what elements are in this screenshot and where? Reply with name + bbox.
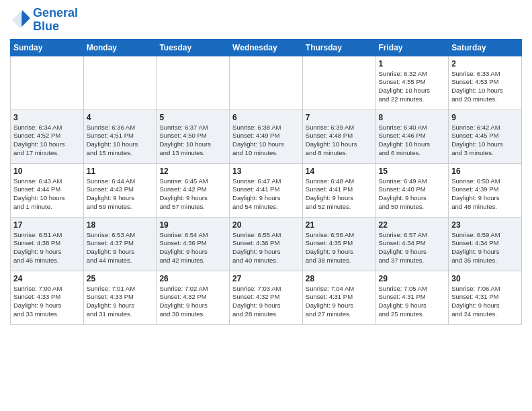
day-info: Sunrise: 7:04 AM Sunset: 4:31 PM Dayligh… <box>306 285 373 319</box>
day-number: 8 <box>379 113 446 122</box>
day-info: Sunrise: 6:54 AM Sunset: 4:36 PM Dayligh… <box>159 231 226 265</box>
weekday-header-tuesday: Tuesday <box>157 39 230 56</box>
calendar-cell: 8Sunrise: 6:40 AM Sunset: 4:46 PM Daylig… <box>375 109 449 163</box>
calendar-cell <box>83 56 157 109</box>
day-info: Sunrise: 6:39 AM Sunset: 4:48 PM Dayligh… <box>306 124 373 158</box>
calendar-cell: 7Sunrise: 6:39 AM Sunset: 4:48 PM Daylig… <box>302 109 375 163</box>
day-info: Sunrise: 6:55 AM Sunset: 4:36 PM Dayligh… <box>232 231 300 265</box>
day-info: Sunrise: 6:53 AM Sunset: 4:37 PM Dayligh… <box>87 231 154 265</box>
day-number: 29 <box>379 274 446 283</box>
day-info: Sunrise: 6:36 AM Sunset: 4:51 PM Dayligh… <box>87 124 154 158</box>
weekday-header-thursday: Thursday <box>302 39 375 56</box>
week-row-3: 10Sunrise: 6:43 AM Sunset: 4:44 PM Dayli… <box>11 163 522 217</box>
logo-text: General Blue <box>33 7 78 34</box>
day-info: Sunrise: 7:06 AM Sunset: 4:31 PM Dayligh… <box>451 285 519 319</box>
calendar-cell: 30Sunrise: 7:06 AM Sunset: 4:31 PM Dayli… <box>449 271 522 324</box>
calendar-cell: 19Sunrise: 6:54 AM Sunset: 4:36 PM Dayli… <box>157 217 230 271</box>
day-number: 19 <box>159 220 226 230</box>
day-info: Sunrise: 7:01 AM Sunset: 4:33 PM Dayligh… <box>87 285 154 319</box>
logo: General Blue <box>10 7 78 34</box>
day-number: 30 <box>451 274 519 283</box>
weekday-header-saturday: Saturday <box>449 39 522 56</box>
calendar-cell: 26Sunrise: 7:02 AM Sunset: 4:32 PM Dayli… <box>157 271 230 324</box>
calendar-cell <box>230 56 303 109</box>
day-info: Sunrise: 6:42 AM Sunset: 4:45 PM Dayligh… <box>451 124 519 158</box>
calendar-cell: 12Sunrise: 6:45 AM Sunset: 4:42 PM Dayli… <box>157 163 230 217</box>
day-info: Sunrise: 6:50 AM Sunset: 4:39 PM Dayligh… <box>451 177 519 212</box>
day-number: 21 <box>306 220 373 230</box>
week-row-1: 1Sunrise: 6:32 AM Sunset: 4:55 PM Daylig… <box>11 56 522 109</box>
header: General Blue <box>10 7 522 34</box>
week-row-5: 24Sunrise: 7:00 AM Sunset: 4:33 PM Dayli… <box>11 271 522 324</box>
day-number: 17 <box>13 220 81 230</box>
calendar-cell: 16Sunrise: 6:50 AM Sunset: 4:39 PM Dayli… <box>449 163 522 217</box>
day-info: Sunrise: 7:00 AM Sunset: 4:33 PM Dayligh… <box>13 285 81 319</box>
day-info: Sunrise: 6:49 AM Sunset: 4:40 PM Dayligh… <box>379 177 446 212</box>
day-info: Sunrise: 6:44 AM Sunset: 4:43 PM Dayligh… <box>87 177 154 212</box>
calendar-cell: 2Sunrise: 6:33 AM Sunset: 4:53 PM Daylig… <box>449 56 522 109</box>
day-number: 25 <box>87 274 154 283</box>
day-number: 23 <box>451 220 519 230</box>
calendar-cell: 14Sunrise: 6:48 AM Sunset: 4:41 PM Dayli… <box>302 163 375 217</box>
day-number: 22 <box>379 220 446 230</box>
day-number: 7 <box>306 113 373 122</box>
weekday-header-monday: Monday <box>83 39 157 56</box>
calendar-cell: 28Sunrise: 7:04 AM Sunset: 4:31 PM Dayli… <box>302 271 375 324</box>
day-info: Sunrise: 6:40 AM Sunset: 4:46 PM Dayligh… <box>379 124 446 158</box>
day-number: 18 <box>87 220 154 230</box>
page: General Blue SundayMondayTuesdayWednesda… <box>0 0 532 411</box>
day-number: 9 <box>451 113 519 122</box>
day-number: 5 <box>159 113 226 122</box>
day-info: Sunrise: 6:57 AM Sunset: 4:34 PM Dayligh… <box>379 231 446 265</box>
day-number: 27 <box>232 274 300 283</box>
day-info: Sunrise: 6:48 AM Sunset: 4:41 PM Dayligh… <box>306 177 373 212</box>
weekday-header-wednesday: Wednesday <box>230 39 303 56</box>
svg-marker-2 <box>22 10 30 26</box>
day-number: 24 <box>13 274 81 283</box>
day-number: 4 <box>87 113 154 122</box>
calendar-cell: 17Sunrise: 6:51 AM Sunset: 4:38 PM Dayli… <box>11 217 84 271</box>
calendar-cell: 20Sunrise: 6:55 AM Sunset: 4:36 PM Dayli… <box>230 217 303 271</box>
day-info: Sunrise: 6:51 AM Sunset: 4:38 PM Dayligh… <box>13 231 81 265</box>
day-number: 26 <box>159 274 226 283</box>
day-info: Sunrise: 7:05 AM Sunset: 4:31 PM Dayligh… <box>379 285 446 319</box>
calendar-cell: 10Sunrise: 6:43 AM Sunset: 4:44 PM Dayli… <box>11 163 84 217</box>
calendar-cell: 9Sunrise: 6:42 AM Sunset: 4:45 PM Daylig… <box>449 109 522 163</box>
weekday-header-row: SundayMondayTuesdayWednesdayThursdayFrid… <box>11 39 522 56</box>
day-number: 11 <box>87 167 154 176</box>
weekday-header-sunday: Sunday <box>11 39 84 56</box>
calendar-cell: 3Sunrise: 6:34 AM Sunset: 4:52 PM Daylig… <box>11 109 84 163</box>
weekday-header-friday: Friday <box>375 39 449 56</box>
day-number: 20 <box>232 220 300 230</box>
calendar-cell: 27Sunrise: 7:03 AM Sunset: 4:32 PM Dayli… <box>230 271 303 324</box>
calendar-cell: 21Sunrise: 6:56 AM Sunset: 4:35 PM Dayli… <box>302 217 375 271</box>
logo-icon <box>10 10 30 30</box>
day-info: Sunrise: 6:38 AM Sunset: 4:49 PM Dayligh… <box>232 124 300 158</box>
calendar-cell: 29Sunrise: 7:05 AM Sunset: 4:31 PM Dayli… <box>375 271 449 324</box>
calendar-cell: 18Sunrise: 6:53 AM Sunset: 4:37 PM Dayli… <box>83 217 157 271</box>
day-info: Sunrise: 6:32 AM Sunset: 4:55 PM Dayligh… <box>379 70 446 104</box>
calendar-cell: 22Sunrise: 6:57 AM Sunset: 4:34 PM Dayli… <box>375 217 449 271</box>
day-info: Sunrise: 6:45 AM Sunset: 4:42 PM Dayligh… <box>159 177 226 212</box>
day-number: 10 <box>13 167 81 176</box>
calendar-cell: 23Sunrise: 6:59 AM Sunset: 4:34 PM Dayli… <box>449 217 522 271</box>
day-info: Sunrise: 6:47 AM Sunset: 4:41 PM Dayligh… <box>232 177 300 212</box>
calendar-cell <box>302 56 375 109</box>
calendar-cell: 5Sunrise: 6:37 AM Sunset: 4:50 PM Daylig… <box>157 109 230 163</box>
calendar-cell: 4Sunrise: 6:36 AM Sunset: 4:51 PM Daylig… <box>83 109 157 163</box>
calendar-cell <box>157 56 230 109</box>
calendar-cell <box>11 56 84 109</box>
day-number: 14 <box>306 167 373 176</box>
day-info: Sunrise: 6:33 AM Sunset: 4:53 PM Dayligh… <box>451 70 519 104</box>
calendar-cell: 15Sunrise: 6:49 AM Sunset: 4:40 PM Dayli… <box>375 163 449 217</box>
calendar-cell: 1Sunrise: 6:32 AM Sunset: 4:55 PM Daylig… <box>375 56 449 109</box>
calendar-cell: 25Sunrise: 7:01 AM Sunset: 4:33 PM Dayli… <box>83 271 157 324</box>
day-number: 16 <box>451 167 519 176</box>
calendar-cell: 13Sunrise: 6:47 AM Sunset: 4:41 PM Dayli… <box>230 163 303 217</box>
day-number: 2 <box>451 59 519 68</box>
day-info: Sunrise: 6:37 AM Sunset: 4:50 PM Dayligh… <box>159 124 226 158</box>
day-info: Sunrise: 6:56 AM Sunset: 4:35 PM Dayligh… <box>306 231 373 265</box>
day-number: 6 <box>232 113 300 122</box>
day-number: 1 <box>379 59 446 68</box>
day-number: 13 <box>232 167 300 176</box>
